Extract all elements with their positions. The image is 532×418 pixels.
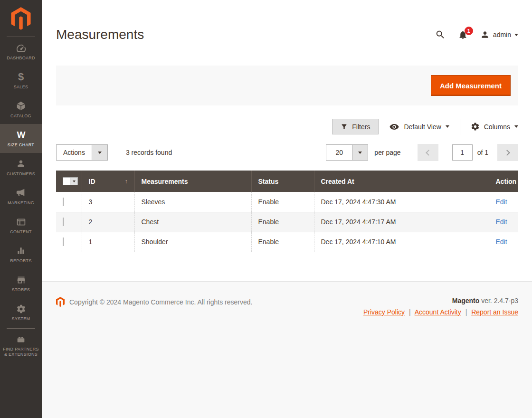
cell-status: Enable [251, 212, 314, 232]
sidebar-item-label: CATALOG [9, 114, 33, 119]
per-page-caret[interactable] [352, 145, 368, 160]
edit-link[interactable]: Edit [496, 198, 507, 206]
copyright-text: Copyright © 2024 Magento Commerce Inc. A… [69, 298, 252, 306]
chevron-down-icon [73, 180, 76, 182]
sidebar-item-label: SYSTEM [10, 316, 32, 322]
cell-measurement: Sleeves [134, 192, 251, 212]
content-icon [16, 216, 26, 228]
total-pages-label: of 1 [477, 149, 488, 156]
sidebar-item-label: STORES [10, 287, 32, 293]
link-separator: | [466, 308, 467, 316]
footer-meta-block: Magento ver. 2.4.7-p3 Privacy Policy | A… [363, 297, 518, 316]
chevron-down-icon [446, 125, 449, 128]
select-all-header[interactable] [56, 171, 82, 192]
next-page-button[interactable] [497, 144, 518, 161]
sidebar-item-find-partners[interactable]: FIND PARTNERS & EXTENSIONS [0, 331, 42, 360]
column-header-created-at[interactable]: Created At [314, 171, 489, 192]
column-header-status[interactable]: Status [251, 171, 314, 192]
magento-logo-icon [11, 7, 31, 30]
reports-icon [16, 245, 26, 256]
catalog-icon [16, 100, 26, 112]
sidebar-item-stores[interactable]: STORES [0, 269, 42, 298]
row-checkbox[interactable] [63, 198, 64, 206]
sidebar-item-marketing[interactable]: MARKETING [0, 182, 42, 211]
magento-footer-logo-icon [56, 297, 65, 307]
per-page-dropdown[interactable]: 20 [326, 144, 368, 161]
header-actions: 1 admin [435, 29, 518, 40]
brand-name: Magento [452, 297, 480, 304]
edit-link[interactable]: Edit [496, 218, 507, 226]
columns-selector[interactable]: Columns [471, 122, 518, 131]
sales-icon: $ [18, 71, 24, 83]
sidebar: DASHBOARD $ SALES CATALOG W SIZE CHART [0, 0, 42, 418]
search-icon[interactable] [435, 29, 446, 40]
actions-dropdown[interactable]: Actions [56, 144, 108, 161]
notifications-button[interactable]: 1 [458, 30, 468, 40]
magento-logo[interactable] [0, 0, 42, 37]
row-checkbox[interactable] [63, 218, 64, 226]
sidebar-item-customers[interactable]: CUSTOMERS [0, 153, 42, 182]
chevron-down-icon [514, 34, 518, 36]
cell-created-at: Dec 17, 2024 4:47:30 AM [314, 192, 489, 212]
current-page-input[interactable] [452, 144, 473, 161]
admin-user-menu[interactable]: admin [480, 30, 518, 39]
dashboard-icon [16, 42, 27, 54]
version-line: Magento ver. 2.4.7-p3 [363, 297, 518, 304]
sidebar-item-reports[interactable]: REPORTS [0, 240, 42, 269]
grid-toolbar: Filters Default View Columns [42, 119, 532, 134]
column-header-id[interactable]: ID ↑ [82, 171, 134, 192]
cell-id: 3 [82, 192, 134, 212]
row-checkbox[interactable] [63, 238, 64, 246]
cell-status: Enable [251, 192, 314, 212]
sidebar-item-label: CONTENT [9, 229, 33, 235]
select-all-checkbox[interactable] [63, 177, 78, 185]
privacy-policy-link[interactable]: Privacy Policy [363, 308, 405, 316]
sidebar-item-dashboard[interactable]: DASHBOARD [0, 37, 42, 66]
table-row: 3 Sleeves Enable Dec 17, 2024 4:47:30 AM… [56, 192, 518, 212]
cell-created-at: Dec 17, 2024 4:47:10 AM [314, 232, 489, 252]
version-text: ver. 2.4.7-p3 [481, 297, 518, 304]
sort-asc-icon: ↑ [125, 178, 128, 185]
chevron-left-icon [426, 150, 432, 156]
view-selector[interactable]: Default View [389, 122, 449, 132]
grid-controls: Actions 3 records found 20 per page of 1 [42, 144, 532, 161]
chevron-right-icon [504, 150, 510, 156]
content-spacer [42, 252, 532, 282]
sidebar-item-label: DASHBOARD [5, 56, 37, 61]
measurements-grid: ID ↑ Measurements Status Created At Acti… [42, 171, 532, 252]
sidebar-item-label: FIND PARTNERS & EXTENSIONS [0, 347, 42, 357]
cell-id: 1 [82, 232, 134, 252]
report-issue-link[interactable]: Report an Issue [471, 308, 518, 316]
stores-icon [16, 274, 26, 285]
column-header-label: ID [89, 178, 95, 185]
size-chart-icon: W [17, 129, 25, 141]
sidebar-item-system[interactable]: SYSTEM [0, 298, 42, 327]
sidebar-item-content[interactable]: CONTENT [0, 211, 42, 240]
cell-id: 2 [82, 212, 134, 232]
select-options-caret[interactable] [70, 177, 78, 185]
sidebar-item-catalog[interactable]: CATALOG [0, 95, 42, 124]
magento-admin-app: DASHBOARD $ SALES CATALOG W SIZE CHART [0, 0, 532, 418]
sidebar-item-sales[interactable]: $ SALES [0, 66, 42, 95]
marketing-icon [16, 187, 26, 199]
per-page-label: per page [374, 149, 400, 156]
cell-measurement: Chest [134, 212, 251, 232]
account-activity-link[interactable]: Account Activity [415, 308, 461, 316]
actions-label: Actions [57, 145, 92, 160]
add-measurement-button[interactable]: Add Measurement [431, 75, 511, 96]
footer-copyright-block: Copyright © 2024 Magento Commerce Inc. A… [56, 297, 252, 307]
toolbar-divider [460, 119, 460, 135]
edit-link[interactable]: Edit [496, 238, 507, 246]
column-header-measurements[interactable]: Measurements [134, 171, 251, 192]
filters-button[interactable]: Filters [332, 119, 379, 134]
pager: of 1 [418, 144, 518, 161]
filters-label: Filters [352, 123, 370, 131]
actions-caret[interactable] [92, 145, 107, 160]
filter-funnel-icon [341, 123, 348, 130]
sidebar-item-size-chart[interactable]: W SIZE CHART [0, 124, 42, 153]
previous-page-button[interactable] [418, 144, 438, 161]
customers-icon [16, 158, 26, 170]
admin-username: admin [493, 31, 511, 38]
sidebar-item-label: MARKETING [6, 200, 36, 206]
sidebar-nav: DASHBOARD $ SALES CATALOG W SIZE CHART [0, 37, 42, 360]
